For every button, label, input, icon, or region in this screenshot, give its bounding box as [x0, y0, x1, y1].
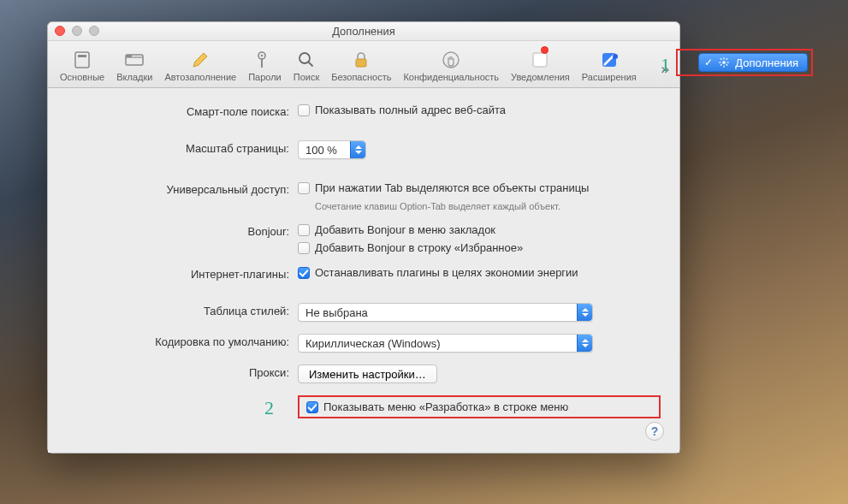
row-show-full-url[interactable]: Показывать полный адрес веб-сайта: [298, 104, 661, 116]
toolbar-label: Безопасность: [331, 72, 391, 82]
preferences-window: Дополнения Основные Вкладки Автозаполнен…: [47, 21, 680, 454]
svg-point-9: [443, 52, 459, 68]
toolbar-label: Конфиденциальность: [403, 72, 499, 82]
notification-icon: [528, 48, 552, 72]
svg-rect-15: [724, 66, 725, 68]
traffic-lights: [55, 26, 99, 36]
close-button[interactable]: [55, 26, 65, 36]
svg-rect-17: [727, 62, 729, 62]
lock-icon: [349, 48, 373, 72]
text-tab-highlight: При нажатии Tab выделяются все объекты с…: [315, 181, 589, 194]
pencil-icon: [188, 48, 212, 72]
toolbar-label: Автозаполнение: [164, 72, 236, 82]
row-develop-menu[interactable]: Показывать меню «Разработка» в строке ме…: [306, 400, 568, 413]
toolbar-extensions[interactable]: Расширения: [577, 46, 642, 84]
label-plugins: Интернет-плагины:: [67, 266, 298, 281]
row-bonjour-favorites[interactable]: Добавить Bonjour в строку «Избранное»: [298, 241, 661, 254]
svg-rect-1: [78, 55, 86, 57]
toolbar-tabs[interactable]: Вкладки: [111, 46, 157, 84]
content-area: Смарт-поле поиска: Показывать полный адр…: [48, 88, 679, 453]
help-button[interactable]: ?: [645, 422, 664, 441]
toolbar-autofill[interactable]: Автозаполнение: [159, 46, 241, 84]
text-show-full-url: Показывать полный адрес веб-сайта: [315, 104, 506, 116]
annotation-box-2: Показывать меню «Разработка» в строке ме…: [298, 395, 661, 418]
toolbar-label: Основные: [60, 72, 104, 82]
toolbar-passwords[interactable]: Пароли: [243, 46, 287, 84]
svg-point-12: [613, 54, 618, 59]
label-smart-search: Смарт-поле поиска:: [67, 104, 298, 118]
toolbar-general[interactable]: Основные: [55, 46, 110, 84]
checkbox-bonjour-bookmarks[interactable]: [298, 224, 310, 236]
key-icon: [252, 48, 276, 72]
hand-icon: [439, 48, 463, 72]
checkbox-tab-highlight[interactable]: [298, 182, 310, 194]
popup-value: Кириллическая (Windows): [305, 337, 441, 350]
minimize-button[interactable]: [72, 26, 82, 36]
toolbar-security[interactable]: Безопасность: [326, 46, 396, 84]
row-stop-plugins[interactable]: Останавливать плагины в целях экономии э…: [298, 266, 661, 279]
svg-point-13: [722, 61, 726, 64]
label-accessibility: Универсальный доступ:: [67, 181, 298, 196]
chevron-updown-icon: [350, 141, 365, 158]
svg-rect-10: [533, 53, 547, 67]
question-mark-icon: ?: [651, 424, 659, 438]
toolbar-privacy[interactable]: Конфиденциальность: [398, 46, 504, 84]
svg-rect-21: [721, 64, 722, 66]
row-bonjour-bookmarks[interactable]: Добавить Bonjour в меню закладок: [298, 223, 661, 236]
label-bonjour: Bonjour:: [67, 223, 298, 238]
svg-rect-5: [261, 58, 263, 68]
row-tab-highlight[interactable]: При нажатии Tab выделяются все объекты с…: [298, 181, 661, 194]
menu-item-label: Дополнения: [735, 56, 798, 69]
svg-point-6: [261, 55, 264, 57]
button-proxy-settings[interactable]: Изменить настройки…: [298, 365, 437, 383]
label-stylesheet: Таблица стилей:: [67, 303, 298, 317]
magnifier-icon: [294, 48, 318, 72]
popup-value: Не выбрана: [305, 306, 368, 319]
puzzle-icon: [597, 48, 621, 72]
toolbar-notifications[interactable]: Уведомления: [506, 46, 575, 84]
svg-rect-19: [726, 64, 728, 66]
label-encoding: Кодировка по умолчанию:: [67, 334, 298, 348]
annotation-box-1: 1 ✓ Дополнения: [676, 49, 813, 76]
toolbar-label: Расширения: [582, 72, 637, 82]
popup-value: 100 %: [305, 144, 337, 157]
popup-stylesheet[interactable]: Не выбрана: [298, 303, 593, 322]
checkbox-stop-plugins[interactable]: [298, 267, 310, 279]
svg-rect-18: [721, 58, 722, 60]
svg-rect-3: [127, 55, 132, 57]
toolbar-label: Вкладки: [116, 72, 152, 82]
svg-rect-8: [356, 59, 366, 67]
svg-rect-20: [726, 58, 728, 60]
popup-encoding[interactable]: Кириллическая (Windows): [298, 334, 593, 353]
checkbox-show-full-url[interactable]: [298, 104, 310, 116]
checkbox-develop-menu[interactable]: [306, 401, 318, 413]
toolbar-label: Уведомления: [511, 72, 570, 82]
toolbar-label: Поиск: [294, 72, 319, 82]
svg-rect-16: [720, 62, 721, 62]
window-title: Дополнения: [332, 25, 395, 38]
checkbox-bonjour-favorites[interactable]: [298, 242, 310, 254]
gear-icon: [718, 56, 730, 68]
zoom-button[interactable]: [89, 26, 99, 36]
slider-icon: [70, 48, 94, 72]
svg-rect-14: [724, 57, 725, 59]
svg-point-7: [299, 53, 310, 63]
chevron-updown-icon: [577, 335, 592, 352]
label-proxy: Прокси:: [67, 365, 298, 379]
checkmark-icon: ✓: [704, 56, 713, 68]
toolbar-label: Пароли: [248, 72, 282, 82]
label-page-zoom: Масштаб страницы:: [67, 140, 298, 155]
popup-page-zoom[interactable]: 100 %: [298, 140, 366, 159]
titlebar[interactable]: Дополнения: [48, 22, 679, 41]
tabs-icon: [122, 48, 146, 72]
annotation-2: 2: [264, 397, 274, 419]
prefs-toolbar: Основные Вкладки Автозаполнение Пароли П…: [48, 41, 679, 88]
toolbar-search[interactable]: Поиск: [288, 46, 324, 84]
annotation-1: 1: [661, 54, 670, 76]
hint-option-tab: Сочетание клавиш Option-Tab выделяет каж…: [315, 201, 661, 211]
svg-rect-0: [75, 52, 89, 68]
overflow-menu-item-advanced[interactable]: ✓ Дополнения: [698, 53, 808, 72]
chevron-updown-icon: [577, 304, 592, 321]
